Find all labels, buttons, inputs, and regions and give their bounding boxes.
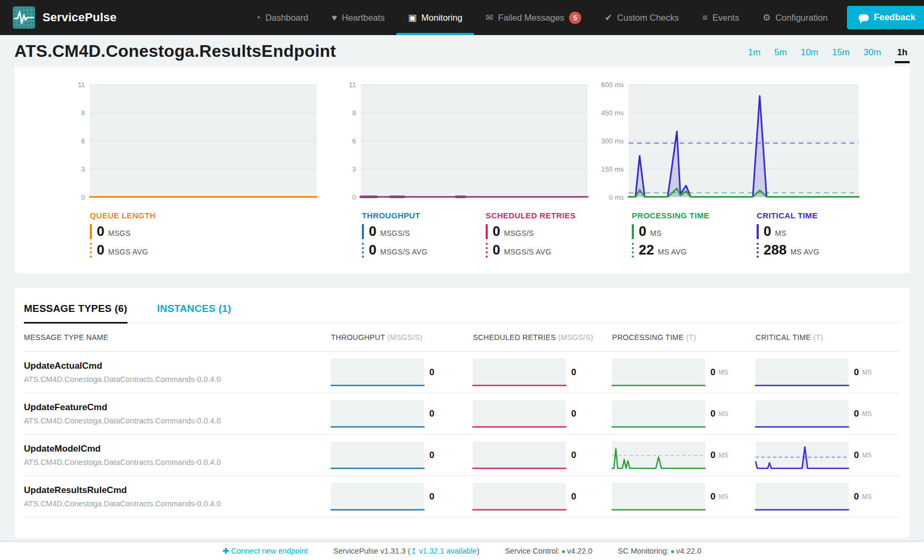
processing-unit: MS bbox=[718, 410, 728, 418]
time-range-10m[interactable]: 10m bbox=[801, 47, 818, 58]
critical-sparkline bbox=[756, 483, 849, 511]
processing-unit: MS bbox=[718, 369, 728, 376]
col-throughput: THROUGHPUT bbox=[331, 333, 385, 342]
nav-item-configuration[interactable]: Configuration bbox=[751, 0, 839, 35]
main-nav: Dashboard Heartbeats Monitoring Failed M… bbox=[243, 0, 924, 35]
nav-label: Heartbeats bbox=[342, 13, 385, 23]
message-type-name: UpdateActualCmd bbox=[24, 361, 331, 371]
stat-throughput: THROUGHPUT 0 MSGS/S 0 MSGS/S AVG bbox=[362, 211, 486, 261]
monitoring-icon bbox=[408, 13, 417, 22]
message-type-assembly: ATS.CM4D.Conestoga.DataContracts.Command… bbox=[24, 458, 331, 466]
nav-item-heartbeats[interactable]: Heartbeats bbox=[320, 0, 396, 35]
stat-title: SCHEDULED RETRIES bbox=[486, 211, 632, 220]
processing-value: 0 bbox=[710, 491, 715, 502]
stat-value: 0 bbox=[639, 224, 646, 238]
col-processing-time-unit: (T) bbox=[686, 333, 696, 342]
nav-item-events[interactable]: Events bbox=[691, 0, 751, 35]
critical-unit: MS bbox=[862, 493, 871, 500]
stat-value: 0 bbox=[369, 224, 376, 238]
message-type-assembly: ATS.CM4D.Conestoga.DataContracts.Command… bbox=[24, 417, 331, 425]
col-scheduled-retries: SCHEDULED RETRIES bbox=[473, 333, 556, 342]
time-chart: 600 ms450 ms300 ms150 ms0 ms bbox=[588, 84, 859, 197]
message-type-assembly: ATS.CM4D.Conestoga.DataContracts.Command… bbox=[24, 375, 331, 384]
time-chart-plot bbox=[629, 84, 859, 197]
nav-item-failed-messages[interactable]: Failed Messages 5 bbox=[474, 0, 593, 35]
queue-length-chart: 118630 bbox=[14, 84, 317, 197]
table-row-update-actual-cmd[interactable]: UpdateActualCmd ATS.CM4D.Conestoga.DataC… bbox=[24, 352, 900, 393]
message-type-name: UpdateFeatureCmd bbox=[24, 402, 331, 413]
processing-sparkline bbox=[612, 483, 705, 511]
retries-value: 0 bbox=[571, 491, 576, 502]
critical-value: 0 bbox=[854, 491, 859, 502]
time-range-1h[interactable]: 1h bbox=[895, 47, 910, 63]
speech-bubble-icon bbox=[859, 14, 869, 21]
stat-unit: MSGS/S bbox=[380, 229, 410, 237]
time-range-5m[interactable]: 5m bbox=[774, 47, 787, 58]
throughput-sparkline bbox=[331, 359, 424, 386]
upgrade-link[interactable]: ↥ v1.32.1 available bbox=[410, 547, 477, 555]
processing-sparkline bbox=[612, 400, 705, 428]
upgrade-arrow-icon: ↥ bbox=[410, 547, 417, 555]
stat-title: PROCESSING TIME bbox=[632, 211, 757, 220]
col-processing-time: PROCESSING TIME bbox=[612, 333, 684, 342]
tab-message-types[interactable]: MESSAGE TYPES (6) bbox=[24, 303, 128, 324]
feedback-button[interactable]: Feedback bbox=[847, 6, 924, 29]
stat-value: 0 bbox=[97, 224, 104, 238]
processing-sparkline bbox=[612, 359, 705, 386]
processing-unit: MS bbox=[718, 493, 728, 500]
critical-unit: MS bbox=[862, 452, 871, 459]
time-range-15m[interactable]: 15m bbox=[832, 47, 850, 58]
col-critical-time-unit: (T) bbox=[813, 333, 823, 342]
processing-sparkline bbox=[612, 442, 705, 469]
stat-avg-value: 22 bbox=[639, 243, 654, 257]
queue-length-plot bbox=[90, 84, 317, 197]
nav-item-monitoring[interactable]: Monitoring bbox=[396, 0, 474, 35]
stat-avg-unit: MSGS/S AVG bbox=[380, 248, 427, 256]
time-range-30m[interactable]: 30m bbox=[863, 47, 881, 58]
brand[interactable]: ServicePulse bbox=[13, 0, 116, 35]
message-type-name: UpdateModelCmd bbox=[24, 444, 331, 454]
col-message-type-name: MESSAGE TYPE NAME bbox=[24, 333, 108, 342]
stat-avg-value: 0 bbox=[369, 243, 376, 257]
throughput-yaxis: 118630 bbox=[317, 84, 361, 197]
processing-value: 0 bbox=[710, 450, 715, 461]
processing-value: 0 bbox=[710, 367, 715, 378]
retries-value: 0 bbox=[571, 450, 576, 461]
heartbeat-icon bbox=[332, 13, 337, 22]
stat-title: CRITICAL TIME bbox=[757, 211, 819, 220]
throughput-value: 0 bbox=[429, 450, 434, 461]
critical-value: 0 bbox=[854, 367, 859, 378]
stat-queue-length: QUEUE LENGTH 0 MSGS 0 MSGS AVG bbox=[90, 211, 362, 261]
nav-item-dashboard[interactable]: Dashboard bbox=[243, 0, 320, 35]
connect-new-endpoint-link[interactable]: ✚Connect new endpoint bbox=[223, 547, 308, 555]
stat-processing-time: PROCESSING TIME 0 MS 22 MS AVG bbox=[632, 211, 757, 261]
retries-value: 0 bbox=[571, 367, 576, 378]
retries-sparkline bbox=[473, 359, 566, 386]
page-header: ATS.CM4D.Conestoga.ResultsEndpoint 1m 5m… bbox=[14, 35, 910, 66]
stats-row: QUEUE LENGTH 0 MSGS 0 MSGS AVG THROUGHPU… bbox=[14, 211, 910, 261]
table-row-update-model-cmd[interactable]: UpdateModelCmd ATS.CM4D.Conestoga.DataCo… bbox=[24, 435, 900, 476]
time-range-selector: 1m 5m 10m 15m 30m 1h bbox=[748, 47, 910, 61]
tab-instances[interactable]: INSTANCES (1) bbox=[157, 303, 231, 323]
critical-unit: MS bbox=[862, 369, 871, 376]
time-range-1m[interactable]: 1m bbox=[748, 47, 761, 58]
servicepulse-version: ServicePulse v1.31.3 (↥ v1.32.1 availabl… bbox=[333, 547, 479, 555]
table-row-update-feature-cmd[interactable]: UpdateFeatureCmd ATS.CM4D.Conestoga.Data… bbox=[24, 393, 900, 435]
servicepulse-logo-icon bbox=[13, 6, 35, 29]
stat-avg-unit: MS AVG bbox=[658, 248, 686, 256]
nav-item-custom-checks[interactable]: Custom Checks bbox=[593, 0, 691, 35]
plus-icon: ✚ bbox=[223, 547, 229, 555]
envelope-icon bbox=[486, 13, 493, 22]
nav-label: Configuration bbox=[775, 13, 827, 23]
feedback-label: Feedback bbox=[874, 12, 915, 23]
status-ok-dot: ● bbox=[561, 547, 565, 555]
processing-unit: MS bbox=[718, 452, 728, 459]
queue-length-yaxis: 118630 bbox=[14, 84, 90, 197]
nav-label: Events bbox=[713, 13, 739, 23]
critical-sparkline bbox=[756, 359, 849, 386]
critical-sparkline bbox=[756, 400, 849, 428]
throughput-sparkline bbox=[331, 483, 424, 511]
table-row-update-results-rule-cmd[interactable]: UpdateResultsRuleCmd ATS.CM4D.Conestoga.… bbox=[24, 476, 900, 517]
status-footer: ✚Connect new endpoint ServicePulse v1.31… bbox=[0, 542, 924, 560]
list-icon bbox=[702, 13, 708, 22]
